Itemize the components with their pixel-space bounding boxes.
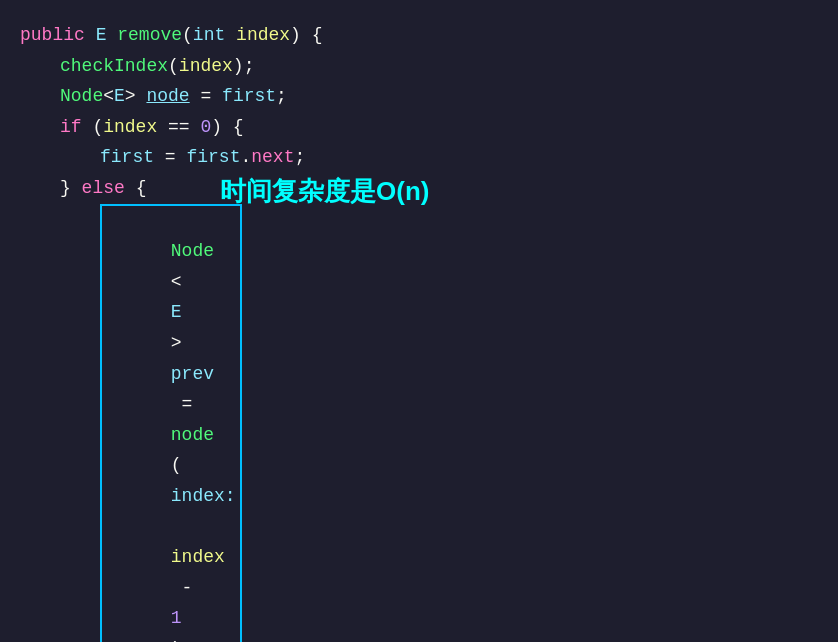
code-line-2: checkIndex ( index ); bbox=[20, 51, 818, 82]
keyword-if: if bbox=[60, 112, 92, 143]
code-line-1: public E remove ( int index ) { bbox=[20, 20, 818, 51]
type-e: E bbox=[96, 20, 118, 51]
keyword-public: public bbox=[20, 20, 96, 51]
code-line-6: } else { 时间复杂度是O(n) bbox=[20, 173, 818, 204]
keyword-else: else bbox=[82, 173, 136, 204]
code-editor: public E remove ( int index ) { checkInd… bbox=[0, 0, 838, 642]
var-first: first bbox=[222, 81, 276, 112]
highlight-box-blue: Node < E > prev = node ( index: index - … bbox=[100, 204, 242, 642]
method-checkindex: checkIndex bbox=[60, 51, 168, 82]
type-int: int bbox=[193, 20, 236, 51]
var-first-assign: first bbox=[100, 142, 154, 173]
param-index: index bbox=[236, 20, 290, 51]
code-line-7: Node < E > prev = node ( index: index - … bbox=[20, 204, 818, 642]
paren-close-brace: ) { bbox=[290, 20, 322, 51]
paren-open: ( bbox=[182, 20, 193, 51]
generic-e: E bbox=[114, 81, 125, 112]
code-line-4: if ( index == 0 ) { bbox=[20, 112, 818, 143]
code-line-3: Node < E > node = first ; bbox=[20, 81, 818, 112]
var-index-cond: index bbox=[103, 112, 157, 143]
arg-index: index bbox=[179, 51, 233, 82]
type-node: Node bbox=[60, 81, 103, 112]
method-remove: remove bbox=[117, 20, 182, 51]
var-node: node bbox=[146, 81, 189, 112]
num-zero: 0 bbox=[200, 112, 211, 143]
